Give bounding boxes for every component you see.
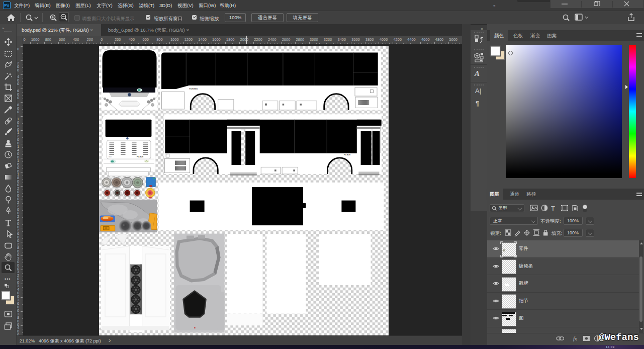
svg-text:YUTONG: YUTONG <box>189 88 198 90</box>
svg-text:FG-BUS: FG-BUS <box>344 154 351 156</box>
svg-text:FG-BUS: FG-BUS <box>137 156 144 158</box>
svg-text:fx: fx <box>573 335 577 341</box>
svg-text:G10: G10 <box>109 156 112 158</box>
svg-text:T: T <box>551 205 555 212</box>
